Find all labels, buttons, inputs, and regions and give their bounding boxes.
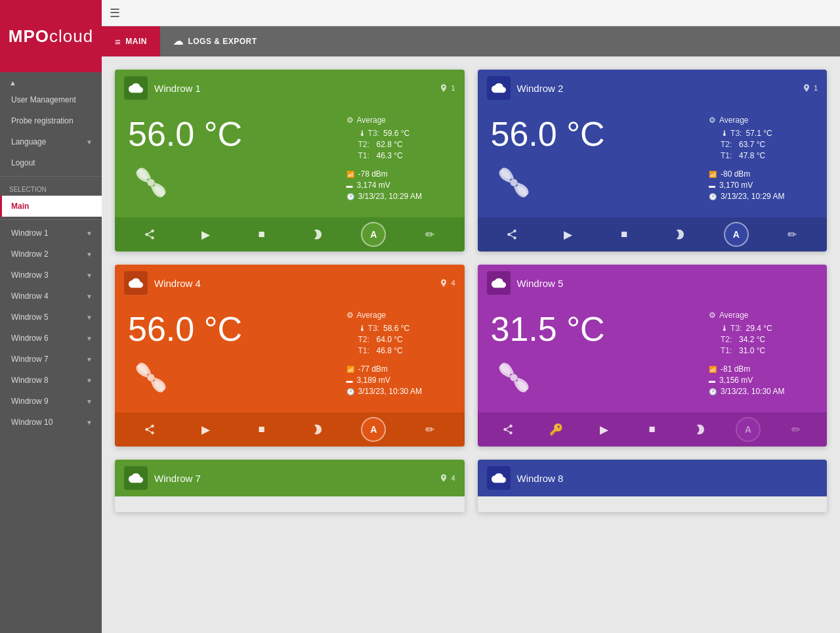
share-button-1[interactable] <box>137 222 162 247</box>
mode-button-1[interactable]: A <box>361 222 386 247</box>
mode-button-4[interactable]: A <box>361 417 386 442</box>
stat-signal-5: 📶 -81 dBm <box>709 364 814 374</box>
sidebar-item-windrow6[interactable]: Windrow 6 ▼ <box>0 328 102 349</box>
stat-time-4: 🕐 3/13/23, 10:30 AM <box>346 387 452 396</box>
share-icon-1 <box>144 229 156 240</box>
share-button-5[interactable] <box>495 417 520 442</box>
mode-button-2[interactable]: A <box>724 222 749 247</box>
play-button-1[interactable]: ▶ <box>193 222 218 247</box>
sidebar-item-windrow3[interactable]: Windrow 3 ▼ <box>0 265 102 286</box>
temperature-1: 56.0 °C <box>128 116 333 153</box>
pin-number-2: 1 <box>814 84 818 92</box>
stop-button-1[interactable]: ■ <box>249 222 274 247</box>
windrow-card-8: Windrow 8 <box>478 460 828 512</box>
cloud-icon-2 <box>492 81 506 95</box>
sidebar-item-logout[interactable]: Logout <box>0 152 102 173</box>
tab-main[interactable]: ≡ MAIN <box>102 26 160 56</box>
sidebar-item-language[interactable]: Language ▼ <box>0 131 102 152</box>
svg-point-3 <box>510 374 517 382</box>
key-button-5[interactable]: 🔑 <box>543 417 568 442</box>
card-body-5: 31.5 °C ⚙ Average <box>478 301 828 412</box>
sidebar-item-user-management[interactable]: User Management <box>0 89 102 110</box>
night-button-2[interactable] <box>667 222 692 247</box>
chevron-down-icon: ▼ <box>86 419 93 426</box>
chevron-down-icon: ▼ <box>86 356 93 363</box>
temperature-4: 56.0 °C <box>128 311 333 348</box>
share-button-4[interactable] <box>137 417 162 442</box>
moon-icon-5 <box>694 424 706 435</box>
fan-area-2 <box>491 160 696 208</box>
stat-t1-5: T1: 31.0 °C <box>709 346 814 355</box>
play-button-2[interactable]: ▶ <box>556 222 581 247</box>
stop-button-2[interactable]: ■ <box>612 222 637 247</box>
share-button-2[interactable] <box>499 222 524 247</box>
chevron-down-icon: ▼ <box>86 314 93 321</box>
card-header-5: Windrow 5 1 <box>478 265 828 301</box>
avg-label-2: ⚙ Average <box>709 116 814 125</box>
stat-t2-4: T2: 64.0 °C <box>346 335 452 344</box>
cloud-icon-box-4 <box>124 271 148 295</box>
pin-number-1: 1 <box>451 84 455 92</box>
edit-button-2[interactable]: ✏ <box>780 222 805 247</box>
sidebar-item-main[interactable]: Main <box>0 196 102 217</box>
card-header-1: Windrow 1 1 <box>115 70 465 106</box>
sidebar-item-windrow1[interactable]: Windrow 1 ▼ <box>0 223 102 244</box>
night-button-4[interactable] <box>305 417 330 442</box>
card-header-4: Windrow 4 4 <box>115 265 465 301</box>
stat-t1-2: T1: 47.8 °C <box>709 151 814 160</box>
svg-point-0 <box>147 179 154 186</box>
cloud-icon-7 <box>129 471 143 485</box>
card-stats-4: ⚙ Average 🌡 T3: 58.6 °C T2: 64.0 °C T1: … <box>346 311 452 403</box>
cloud-icon-box-2 <box>487 76 511 100</box>
chevron-down-icon: ▼ <box>86 377 93 384</box>
stop-button-5[interactable]: ■ <box>640 417 665 442</box>
pin-icon-4 <box>439 278 448 288</box>
sidebar-item-windrow7[interactable]: Windrow 7 ▼ <box>0 349 102 370</box>
sidebar-item-windrow2[interactable]: Windrow 2 ▼ <box>0 244 102 265</box>
hamburger-icon[interactable]: ☰ <box>110 6 120 20</box>
sidebar-item-windrow8[interactable]: Windrow 8 ▼ <box>0 370 102 391</box>
cloud-icon-box-7 <box>124 466 148 490</box>
cloud-icon-1 <box>129 81 143 95</box>
cloud-icon-box-1 <box>124 76 148 100</box>
cloud-icon-5 <box>492 276 506 290</box>
edit-button-5[interactable]: ✏ <box>784 417 808 442</box>
sidebar-divider-2 <box>0 219 102 220</box>
mode-button-5[interactable]: A <box>736 417 761 442</box>
pin-icon-7 <box>439 473 448 483</box>
sidebar-item-windrow9[interactable]: Windrow 9 ▼ <box>0 391 102 412</box>
stat-t3-4: 🌡 T3: 58.6 °C <box>346 324 452 333</box>
svg-point-2 <box>147 374 154 382</box>
play-button-5[interactable]: ▶ <box>592 417 617 442</box>
night-button-5[interactable] <box>688 417 713 442</box>
tab-logs-export[interactable]: ☁ LOGS & EXPORT <box>160 26 270 56</box>
avg-label-4: ⚙ Average <box>346 311 452 320</box>
edit-button-1[interactable]: ✏ <box>417 222 442 247</box>
card-title-5: Windrow 5 <box>517 278 814 289</box>
sidebar-item-windrow4[interactable]: Windrow 4 ▼ <box>0 286 102 307</box>
stat-t1-4: T1: 46.8 °C <box>346 346 452 355</box>
card-stats-1: ⚙ Average 🌡 T3: 59.6 °C T2: 62.8 °C T1: … <box>346 116 452 208</box>
stop-button-4[interactable]: ■ <box>249 417 274 442</box>
sidebar-collapse-toggle[interactable]: ▲ <box>0 72 102 89</box>
card-title-2: Windrow 2 <box>517 83 802 94</box>
sidebar-item-windrow5[interactable]: Windrow 5 ▼ <box>0 307 102 328</box>
sidebar-item-probe-registration[interactable]: Probe registration <box>0 110 102 131</box>
share-icon-4 <box>144 424 156 435</box>
card-header-7: Windrow 7 4 <box>115 460 465 496</box>
sidebar-item-windrow10[interactable]: Windrow 10 ▼ <box>0 412 102 433</box>
moon-icon-2 <box>674 229 686 240</box>
chevron-down-icon: ▼ <box>86 398 93 405</box>
card-title-7: Windrow 7 <box>154 473 439 484</box>
night-button-1[interactable] <box>305 222 330 247</box>
edit-button-4[interactable]: ✏ <box>417 417 442 442</box>
stat-t2-1: T2: 62.8 °C <box>346 140 452 149</box>
card-footer-5: 🔑 ▶ ■ A ✏ <box>478 412 828 447</box>
windrow-card-2: Windrow 2 1 56.0 °C <box>478 70 828 251</box>
card-stats-5: ⚙ Average 🌡 T3: 29.4 °C T2: 34.2 °C T1: … <box>709 311 814 403</box>
pin-number-4: 4 <box>451 279 455 287</box>
play-button-4[interactable]: ▶ <box>193 417 218 442</box>
card-title-8: Windrow 8 <box>517 473 818 484</box>
moon-icon-1 <box>312 229 324 240</box>
logo-bold: MPO <box>9 26 49 46</box>
